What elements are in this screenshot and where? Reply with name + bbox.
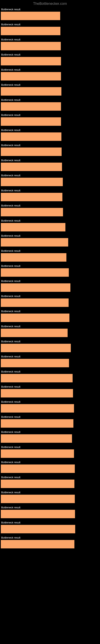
bar-fill (1, 148, 62, 156)
bar-track: 63.8% (1, 42, 95, 50)
bar-row: Bottleneck result77.8% (0, 444, 100, 458)
bar-row: Bottleneck result78.3% (0, 534, 100, 548)
bar-track: 73% (1, 314, 95, 322)
bar-fill (1, 374, 73, 382)
bar-fill (1, 132, 61, 141)
bar-fill (1, 298, 69, 307)
bar-fill (1, 223, 65, 232)
bar-value: 72.4% (71, 271, 80, 274)
bar-track: 72.4% (1, 268, 95, 277)
bar-label: Bottleneck result (0, 474, 100, 480)
bar-fill (1, 12, 60, 20)
chart-container: Bottleneck result63.2%Bottleneck result6… (0, 6, 100, 554)
bar-fill (1, 419, 73, 428)
bar-row: Bottleneck result79.2% (0, 520, 100, 533)
bar-value: 64.1% (63, 59, 72, 63)
bar-track: 65.2% (1, 162, 95, 171)
bar-label: Bottleneck result (0, 127, 100, 132)
bar-label: Bottleneck result (0, 489, 100, 495)
bar-fill (1, 87, 61, 96)
bar-fill (1, 42, 61, 50)
bar-row: Bottleneck result63.4% (0, 21, 100, 35)
bar-fill (1, 178, 63, 186)
bar-label: Bottleneck result (0, 97, 100, 102)
bar-value: 77.8% (76, 452, 85, 456)
bar-track: 72.6% (1, 359, 95, 367)
bar-track: 74.4% (1, 344, 95, 352)
bar-track: 64.7% (1, 148, 95, 156)
bar-row: Bottleneck result68.8% (0, 218, 100, 232)
bar-row: Bottleneck result77.9% (0, 399, 100, 412)
bar-value: 73% (71, 316, 78, 320)
bar-label: Bottleneck result (0, 52, 100, 57)
bar-label: Bottleneck result (0, 112, 100, 117)
bar-row: Bottleneck result76.8% (0, 384, 100, 398)
bar-track: 64.1% (1, 117, 95, 126)
bar-row: Bottleneck result78.7% (0, 459, 100, 473)
bar-label: Bottleneck result (0, 172, 100, 178)
bar-value: 78.8% (77, 497, 86, 501)
bar-row: Bottleneck result63.2% (0, 6, 100, 20)
bar-row: Bottleneck result65.2% (0, 157, 100, 171)
bar-value: 69.7% (68, 256, 77, 259)
bar-fill (1, 344, 71, 352)
bar-fill (1, 359, 69, 367)
bar-label: Bottleneck result (0, 248, 100, 253)
bar-row: Bottleneck result66.1% (0, 202, 100, 216)
bar-track: 68.8% (1, 223, 95, 232)
bar-label: Bottleneck result (0, 263, 100, 268)
bar-value: 64.1% (63, 105, 72, 108)
bar-value: 74.4% (73, 346, 82, 350)
bar-fill (1, 495, 75, 503)
bar-fill (1, 434, 72, 443)
bar-label: Bottleneck result (0, 66, 100, 72)
bar-value: 72.2% (71, 301, 80, 304)
bar-row: Bottleneck result74.4% (0, 338, 100, 352)
bar-fill (1, 117, 61, 126)
bar-track: 79.2% (1, 525, 95, 533)
bar-label: Bottleneck result (0, 308, 100, 314)
bar-label: Bottleneck result (0, 323, 100, 329)
bar-label: Bottleneck result (0, 384, 100, 389)
bar-track: 69.7% (1, 253, 95, 262)
bar-track: 78.3% (1, 540, 95, 548)
bar-row: Bottleneck result64.7% (0, 142, 100, 156)
bar-track: 63.2% (1, 12, 95, 20)
bar-row: Bottleneck result73% (0, 308, 100, 322)
bar-fill (1, 283, 70, 292)
bar-row: Bottleneck result64.1% (0, 97, 100, 111)
bar-label: Bottleneck result (0, 187, 100, 193)
bar-row: Bottleneck result74% (0, 278, 100, 292)
page-title: TheBottlenecker.com (0, 0, 100, 6)
bar-row: Bottleneck result72.6% (0, 354, 100, 367)
bar-value: 71.1% (70, 331, 79, 335)
bar-label: Bottleneck result (0, 6, 100, 12)
bar-fill (1, 450, 74, 458)
bar-label: Bottleneck result (0, 504, 100, 510)
bar-track: 78.4% (1, 480, 95, 488)
bar-fill (1, 102, 61, 111)
bar-value: 64% (63, 74, 69, 78)
bar-fill (1, 540, 74, 548)
bar-fill (1, 57, 61, 66)
bar-fill (1, 72, 61, 80)
bar-label: Bottleneck result (0, 21, 100, 27)
bar-value: 72.6% (71, 361, 80, 365)
bar-value: 75.8% (74, 437, 83, 440)
bar-label: Bottleneck result (0, 354, 100, 359)
bar-fill (1, 238, 68, 246)
bar-label: Bottleneck result (0, 414, 100, 419)
bar-row: Bottleneck result79% (0, 504, 100, 518)
bar-track: 76.8% (1, 389, 95, 398)
bar-fill (1, 480, 74, 488)
bar-value: 63.4% (62, 29, 71, 33)
bar-label: Bottleneck result (0, 459, 100, 464)
bar-track: 64.1% (1, 102, 95, 111)
bar-track: 64.1% (1, 57, 95, 66)
bar-track: 71.1% (1, 329, 95, 337)
bar-track: 64.5% (1, 132, 95, 141)
bar-track: 71.6% (1, 238, 95, 246)
bar-label: Bottleneck result (0, 202, 100, 208)
bar-row: Bottleneck result75.8% (0, 429, 100, 443)
bar-label: Bottleneck result (0, 520, 100, 525)
